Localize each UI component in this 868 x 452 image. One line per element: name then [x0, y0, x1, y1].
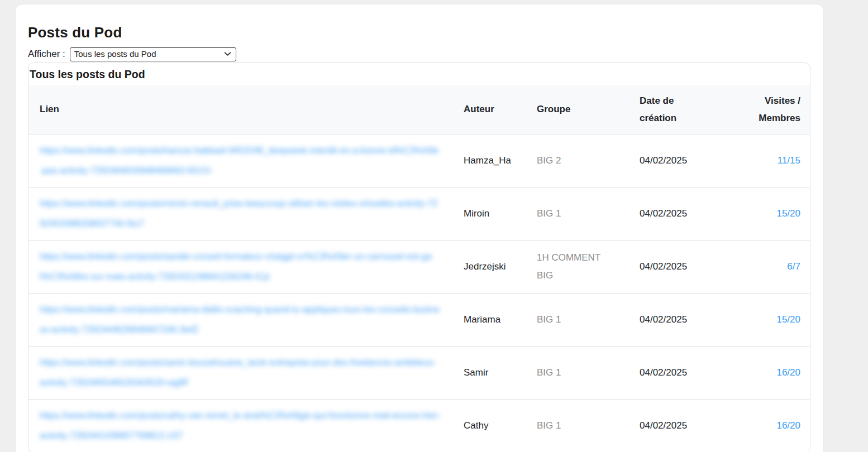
date-cell: 04/02/2025: [629, 240, 708, 293]
post-link[interactable]: https://www.linkedin.com/posts/hamza-hab…: [40, 141, 441, 181]
author-cell: Cathy: [453, 399, 527, 452]
author-cell: Samir: [453, 346, 527, 399]
table-row: https://www.linkedin.com/posts/mariama-d…: [28, 293, 810, 346]
post-link-cell: https://www.linkedin.com/posts/sandie-co…: [28, 240, 453, 293]
visits-link[interactable]: 11/15: [778, 155, 800, 166]
visits-cell: 15/20: [708, 187, 810, 240]
post-link[interactable]: https://www.linkedin.com/posts/samir-bou…: [40, 353, 441, 393]
author-cell: Hamza_Ha: [453, 134, 527, 187]
table-row: https://www.linkedin.com/posts/samir-bou…: [28, 346, 810, 399]
post-link[interactable]: https://www.linkedin.com/posts/miroin-re…: [40, 194, 441, 234]
page-title: Posts du Pod: [28, 25, 810, 41]
post-link-cell: https://www.linkedin.com/posts/mariama-d…: [28, 293, 453, 346]
column-header-lien: Lien: [28, 85, 453, 134]
posts-du-pod-card: Posts du Pod Afficher : Tous les posts d…: [16, 4, 823, 452]
visits-cell: 16/20: [708, 346, 810, 399]
afficher-select[interactable]: Tous les posts du Pod: [70, 47, 236, 61]
group-cell: BIG 1: [527, 346, 629, 399]
visits-link[interactable]: 15/20: [776, 208, 800, 219]
author-cell: Miroin: [453, 187, 527, 240]
post-link-cell: https://www.linkedin.com/posts/cathy-van…: [28, 399, 453, 452]
group-cell: BIG 1: [527, 293, 629, 346]
group-cell: 1H COMMENT BIG: [527, 240, 629, 293]
group-cell: BIG 2: [527, 134, 629, 187]
table-row: https://www.linkedin.com/posts/hamza-hab…: [28, 134, 810, 187]
column-header-groupe: Groupe: [527, 85, 629, 134]
afficher-select-wrap: Tous les posts du Pod: [70, 47, 236, 61]
post-link-cell: https://www.linkedin.com/posts/samir-bou…: [28, 346, 453, 399]
visits-cell: 11/15: [708, 134, 810, 187]
posts-table-card: Tous les posts du Pod Lien Auteur Groupe…: [28, 62, 810, 452]
author-cell: Mariama: [453, 293, 527, 346]
visits-link[interactable]: 16/20: [776, 367, 800, 378]
section-title: Tous les posts du Pod: [28, 63, 810, 85]
visits-cell: 15/20: [708, 293, 810, 346]
table-row: https://www.linkedin.com/posts/cathy-van…: [28, 399, 810, 452]
table-row: https://www.linkedin.com/posts/sandie-co…: [28, 240, 810, 293]
column-header-date-creation: Date de création: [629, 85, 708, 134]
visits-link[interactable]: 6/7: [787, 261, 800, 272]
visits-link[interactable]: 16/20: [776, 420, 800, 431]
column-header-visites-membres: Visites / Membres: [708, 85, 810, 134]
date-cell: 04/02/2025: [629, 187, 708, 240]
date-cell: 04/02/2025: [629, 346, 708, 399]
group-cell: BIG 1: [527, 187, 629, 240]
post-link[interactable]: https://www.linkedin.com/posts/sandie-co…: [40, 247, 441, 287]
post-link[interactable]: https://www.linkedin.com/posts/mariama-d…: [40, 300, 441, 340]
post-link-cell: https://www.linkedin.com/posts/hamza-hab…: [28, 134, 453, 187]
post-link-cell: https://www.linkedin.com/posts/miroin-re…: [28, 187, 453, 240]
visits-link[interactable]: 15/20: [776, 314, 800, 325]
group-cell: BIG 1: [527, 399, 629, 452]
visits-cell: 16/20: [708, 399, 810, 452]
column-header-auteur: Auteur: [453, 85, 527, 134]
table-row: https://www.linkedin.com/posts/miroin-re…: [28, 187, 810, 240]
visits-cell: 6/7: [708, 240, 810, 293]
table-header: Lien Auteur Groupe Date de création Visi…: [28, 85, 810, 134]
afficher-label: Afficher :: [28, 49, 65, 60]
posts-table: Lien Auteur Groupe Date de création Visi…: [28, 85, 810, 452]
date-cell: 04/02/2025: [629, 399, 708, 452]
date-cell: 04/02/2025: [629, 293, 708, 346]
post-link[interactable]: https://www.linkedin.com/posts/cathy-van…: [40, 406, 441, 446]
filter-row: Afficher : Tous les posts du Pod: [28, 47, 810, 61]
author-cell: Jedrzejski: [453, 240, 527, 293]
date-cell: 04/02/2025: [629, 134, 708, 187]
